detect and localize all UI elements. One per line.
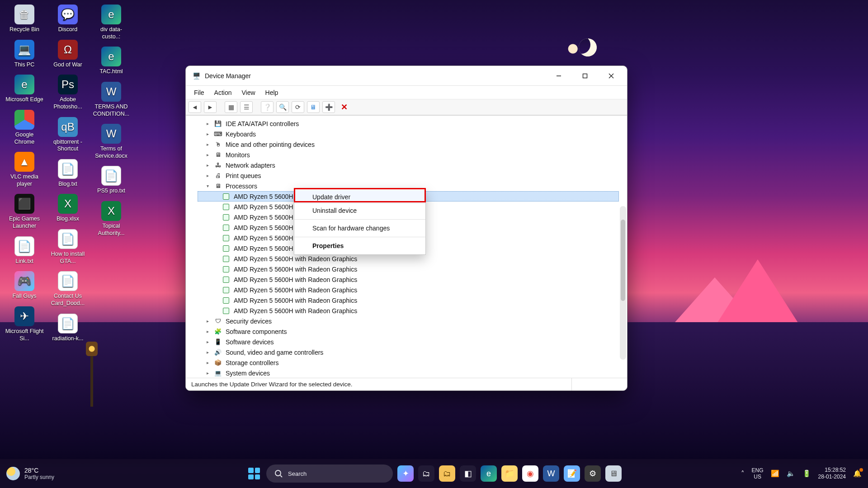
desktop-icon[interactable]: qBqbittorrent - Shortcut [47, 115, 89, 157]
expand-icon[interactable]: ▸ [205, 131, 210, 136]
tree-category[interactable]: ▸💾IDE ATA/ATAPI controllers [198, 118, 619, 129]
desktop-icon[interactable]: 📄Blog.txt [47, 157, 89, 192]
tree-device[interactable]: AMD Ryzen 5 5600H with Radeon Graphics [198, 253, 619, 264]
tree-device[interactable]: AMD Ryzen 5 5600H with Radeon Graphics [198, 264, 619, 274]
expand-icon[interactable]: ▸ [205, 371, 210, 375]
tree-category[interactable]: ▸🖧Network adapters [198, 160, 619, 170]
ctx-update-driver[interactable]: Update driver [294, 190, 425, 204]
desktop-icon[interactable]: ediv data-custo..: [90, 3, 132, 45]
ctx-uninstall-device[interactable]: Uninstall device [294, 204, 425, 217]
show-hidden-button[interactable]: ▦ [225, 101, 237, 113]
scrollbar[interactable] [620, 206, 626, 360]
desktop-icon[interactable]: ✈Microsoft Flight Si... [4, 305, 45, 347]
tree-category[interactable]: ▸⌨Keyboards [198, 129, 619, 139]
back-button[interactable]: ◄ [189, 101, 201, 113]
expand-icon[interactable]: ▸ [205, 350, 210, 355]
desktop-icon[interactable]: 📄How to install GTA... [47, 227, 89, 269]
taskbar-word[interactable]: W [543, 465, 559, 482]
expand-icon[interactable]: ▸ [205, 121, 210, 126]
taskbar-folder[interactable]: 📁 [501, 465, 518, 482]
tree-category[interactable]: ▸🖥Monitors [198, 150, 619, 160]
tree-category[interactable]: ▸🖨Print queues [198, 170, 619, 181]
desktop-icon[interactable]: 📄Contact Us Card_Dood... [47, 269, 89, 311]
wifi-icon[interactable]: 📶 [771, 469, 779, 478]
start-button[interactable] [246, 466, 262, 481]
taskbar-app[interactable]: ◧ [460, 465, 476, 482]
taskbar-taskview[interactable]: 🗂 [418, 465, 434, 482]
forward-button[interactable]: ► [204, 101, 217, 113]
tree-device[interactable]: AMD Ryzen 5 5600H with Radeon Graphics [198, 305, 619, 316]
desktop-icon[interactable]: Google Chrome [4, 108, 45, 150]
minimize-button[interactable] [546, 66, 572, 86]
titlebar[interactable]: 🖥️ Device Manager [186, 66, 627, 86]
notifications-icon[interactable]: 🔔 [853, 469, 862, 478]
desktop-icon[interactable]: 💬Discord [47, 3, 89, 38]
desktop-icon[interactable]: XBlog.xlsx [47, 192, 89, 227]
menu-file[interactable]: File [189, 87, 209, 98]
desktop-icon[interactable]: ▲VLC media player [4, 150, 45, 192]
expand-icon[interactable]: ▸ [205, 339, 210, 344]
desktop-icon[interactable]: 📄PS5 pro.txt [90, 164, 132, 199]
maximize-button[interactable] [572, 66, 598, 86]
expand-icon[interactable]: ▸ [205, 360, 210, 365]
tree-device[interactable]: AMD Ryzen 5 5600H with Radeon Graphics [198, 295, 619, 305]
tree-category[interactable]: ▸🛡Security devices [198, 316, 619, 326]
ctx-properties[interactable]: Properties [294, 239, 425, 253]
scan-button[interactable]: 🔍 [276, 101, 289, 113]
volume-icon[interactable]: 🔈 [787, 469, 795, 478]
uninstall-button[interactable]: ✕ [338, 101, 350, 113]
expand-icon[interactable]: ▸ [205, 142, 210, 147]
desktop-icon[interactable]: ΩGod of War [47, 38, 89, 73]
menu-action[interactable]: Action [210, 87, 236, 98]
taskbar-settings[interactable]: ⚙ [585, 465, 601, 482]
tree-category[interactable]: ▸📱Software devices [198, 337, 619, 347]
tray-chevron-icon[interactable]: ˄ [741, 469, 745, 478]
tree-category[interactable]: ▸🖱Mice and other pointing devices [198, 139, 619, 150]
taskbar-copilot[interactable]: ✦ [397, 465, 414, 482]
ctx-scan-hardware[interactable]: Scan for hardware changes [294, 221, 425, 235]
desktop-icon[interactable]: PsAdobe Photosho... [47, 73, 89, 115]
desktop-icon[interactable]: WTERMS AND CONDITION... [90, 80, 132, 122]
taskbar[interactable]: 28°C Partly sunny Search ✦ 🗂 🗂 ◧ e 📁 ◉ [0, 459, 868, 488]
taskbar-notes[interactable]: 📝 [564, 465, 580, 482]
enable-button[interactable]: 🖥 [307, 101, 320, 113]
desktop-icon[interactable]: 💻This PC [4, 38, 45, 73]
expand-icon[interactable]: ▸ [205, 163, 210, 168]
update-driver-button[interactable]: ⟳ [292, 101, 304, 113]
tree-category[interactable]: ▸💻System devices [198, 368, 619, 378]
desktop-icon[interactable]: WTerms of Service.docx [90, 122, 132, 164]
desktop-icon[interactable]: XTopical Authority... [90, 199, 132, 241]
tree-category[interactable]: ▸📦Storage controllers [198, 357, 619, 368]
tree-device[interactable]: AMD Ryzen 5 5600H with Radeon Graphics [198, 274, 619, 285]
tree-category[interactable]: ▸🔊Sound, video and game controllers [198, 347, 619, 357]
menu-help[interactable]: Help [261, 87, 283, 98]
taskbar-chrome[interactable]: ◉ [522, 465, 538, 482]
taskbar-edge[interactable]: e [481, 465, 497, 482]
desktop-icon[interactable]: 📄Link.txt [4, 235, 45, 270]
tray-language[interactable]: ENG US [752, 467, 764, 480]
expand-icon[interactable]: ▸ [205, 173, 210, 178]
weather-widget[interactable]: 28°C Partly sunny [6, 467, 54, 480]
expand-icon[interactable]: ▸ [205, 329, 210, 334]
desktop-icon[interactable]: 🗑Recycle Bin [4, 3, 45, 38]
desktop-icon[interactable]: ⬛Epic Games Launcher [4, 192, 45, 234]
help-button[interactable]: ❔ [261, 101, 274, 113]
tray-clock[interactable]: 15:28:52 28-01-2024 [818, 467, 846, 480]
taskbar-devicemanager[interactable]: 🖥 [605, 465, 622, 482]
expand-icon[interactable]: ▸ [205, 319, 210, 324]
desktop-icon[interactable]: 🎮Fall Guys [4, 269, 45, 305]
add-hardware-button[interactable]: ➕ [322, 101, 335, 113]
tree-category[interactable]: ▸🧩Software components [198, 326, 619, 337]
desktop-icon[interactable]: 📄radiation-k... [47, 312, 89, 347]
search-box[interactable]: Search [266, 465, 393, 483]
scrollbar-thumb[interactable] [621, 220, 625, 301]
battery-icon[interactable]: 🔋 [802, 469, 811, 478]
collapse-icon[interactable]: ▾ [205, 183, 210, 188]
desktop-icon[interactable]: eMicrosoft Edge [4, 73, 45, 108]
menu-view[interactable]: View [237, 87, 259, 98]
close-button[interactable] [598, 66, 624, 86]
taskbar-explorer[interactable]: 🗂 [439, 465, 455, 482]
tree-device[interactable]: AMD Ryzen 5 5600H with Radeon Graphics [198, 285, 619, 295]
properties-button[interactable]: ☰ [240, 101, 253, 113]
expand-icon[interactable]: ▸ [205, 152, 210, 157]
